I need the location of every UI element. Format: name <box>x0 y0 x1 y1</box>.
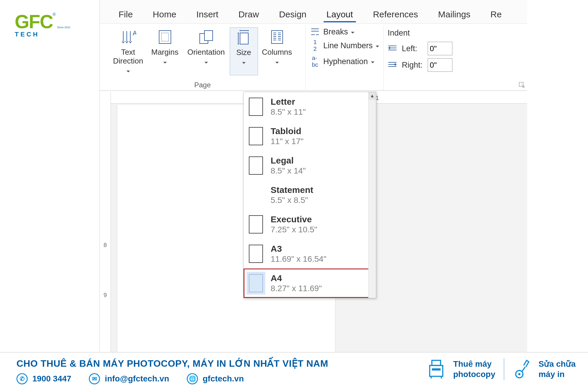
size-option-name: Executive <box>271 214 317 224</box>
hyphenation-icon: a-bc <box>310 55 320 68</box>
indent-title: Indent <box>388 29 452 38</box>
size-icon <box>237 29 251 46</box>
size-option-a4[interactable]: A48.27" x 11.69" <box>244 268 376 298</box>
svg-rect-1 <box>159 31 171 44</box>
svg-rect-10 <box>432 368 441 371</box>
size-option-dims: 8.5" x 11" <box>271 107 306 117</box>
tab-home[interactable]: Home <box>143 6 186 24</box>
size-option-dims: 5.5" x 8.5" <box>271 196 313 205</box>
margins-button[interactable]: Margins <box>147 27 183 75</box>
indent-left-icon <box>388 44 398 53</box>
service-rent-l2: photocopy <box>453 369 495 379</box>
tab-design[interactable]: Design <box>269 6 316 24</box>
columns-label: Columns <box>262 48 292 57</box>
indent-right-label: Right: <box>402 61 424 70</box>
chevron-down-icon <box>371 57 374 66</box>
group-page-setup: A Text Direction Margins Orient <box>100 26 306 90</box>
size-option-a3[interactable]: A311.69" x 16.54" <box>244 239 376 268</box>
service-repair[interactable]: Sửa chữa máy in <box>539 359 576 379</box>
service-repair-l1: Sửa chữa <box>539 359 576 369</box>
chevron-down-icon <box>275 57 279 66</box>
size-label: Size <box>236 48 251 57</box>
page-thumb-icon <box>249 186 263 204</box>
group-label-page-setup: Page <box>100 81 305 89</box>
size-option-dims: 11.69" x 16.54" <box>271 254 327 264</box>
footer-services: Thuê máy photocopy Sửa chữa máy in <box>427 358 576 380</box>
indent-right-icon <box>388 61 398 70</box>
chevron-down-icon <box>204 57 208 66</box>
columns-button[interactable]: Columns <box>258 27 296 75</box>
group-breaks: Breaks 12 Line Numbers a-bc Hyphenation <box>306 26 384 90</box>
margins-icon <box>158 29 172 46</box>
dialog-launcher-page-setup[interactable] <box>519 81 525 88</box>
footer-separator <box>504 358 504 380</box>
size-option-name: Statement <box>271 185 313 195</box>
footer-email[interactable]: ✉ info@gfctech.vn <box>89 373 169 384</box>
indent-right-input[interactable] <box>428 58 452 72</box>
indent-left-input[interactable] <box>428 42 452 55</box>
hyphenation-label: Hyphenation <box>323 57 368 66</box>
chevron-down-icon <box>242 58 246 67</box>
page-thumb-icon <box>249 274 263 292</box>
footer-web[interactable]: 🌐 gfctech.vn <box>187 373 244 384</box>
footer: CHO THUÊ & BÁN MÁY PHOTOCOPY, MÁY IN LỚN… <box>0 352 588 392</box>
size-option-statement[interactable]: Statement5.5" x 8.5" <box>244 180 376 210</box>
tab-re[interactable]: Re <box>480 6 512 24</box>
size-option-dims: 8.27" x 11.69" <box>271 284 322 293</box>
text-direction-button[interactable]: A Text Direction <box>109 27 147 75</box>
size-option-name: A3 <box>271 244 327 254</box>
gfc-logo: GFC® Since 2010 TECH <box>15 12 70 38</box>
size-option-dims: 8.5" x 14" <box>271 166 306 176</box>
copier-icon <box>427 358 445 380</box>
tab-layout[interactable]: Layout <box>317 6 363 24</box>
word-window: FileHomeInsertDrawDesignLayoutReferences… <box>99 0 527 359</box>
chevron-down-icon <box>126 66 130 75</box>
footer-phone[interactable]: ✆ 1900 3447 <box>16 373 71 384</box>
ribbon: A Text Direction Margins Orient <box>100 24 527 91</box>
svg-rect-6 <box>271 31 283 44</box>
service-rent[interactable]: Thuê máy photocopy <box>453 359 495 379</box>
page-thumb-icon <box>249 127 263 145</box>
orientation-label: Orientation <box>187 48 225 57</box>
line-numbers-icon: 12 <box>310 39 320 52</box>
svg-rect-2 <box>161 33 169 41</box>
tab-draw[interactable]: Draw <box>228 6 269 24</box>
group-indent: Indent Left: Right: <box>384 26 457 90</box>
page-thumb-icon <box>249 156 263 175</box>
chevron-down-icon <box>376 41 379 50</box>
margins-label: Margins <box>151 48 178 57</box>
tab-references[interactable]: References <box>363 6 428 24</box>
breaks-icon <box>310 28 320 36</box>
size-option-tabloid[interactable]: Tabloid11" x 17" <box>244 121 376 151</box>
indent-left-label: Left: <box>402 44 424 53</box>
orientation-button[interactable]: Orientation <box>183 27 230 75</box>
text-direction-label: Text Direction <box>113 48 143 66</box>
service-repair-l2: máy in <box>539 369 576 379</box>
size-button[interactable]: Size <box>230 27 258 75</box>
size-option-legal[interactable]: Legal8.5" x 14" <box>244 151 376 180</box>
svg-point-12 <box>518 373 520 375</box>
tab-file[interactable]: File <box>109 6 143 24</box>
size-dropdown: ▲ Letter8.5" x 11"Tabloid11" x 17"Legal8… <box>243 92 376 298</box>
tab-mailings[interactable]: Mailings <box>428 6 480 24</box>
chevron-down-icon <box>163 57 167 66</box>
chevron-down-icon <box>351 27 354 36</box>
size-dropdown-scrollbar[interactable]: ▲ <box>368 92 376 298</box>
size-option-letter[interactable]: Letter8.5" x 11" <box>244 92 376 121</box>
tab-insert[interactable]: Insert <box>186 6 228 24</box>
size-option-executive[interactable]: Executive7.25" x 10.5" <box>244 210 376 239</box>
page-thumb-icon <box>249 98 263 116</box>
scroll-up-arrow-icon[interactable]: ▲ <box>369 92 376 100</box>
text-direction-icon: A <box>120 29 136 46</box>
line-numbers-button[interactable]: 12 Line Numbers <box>310 39 379 52</box>
size-option-dims: 7.25" x 10.5" <box>271 225 317 234</box>
footer-phone-text: 1900 3447 <box>32 374 71 383</box>
size-option-dims: 11" x 17" <box>271 137 304 146</box>
logo-since: Since 2010 <box>57 26 70 29</box>
size-option-name: A4 <box>271 273 322 283</box>
breaks-button[interactable]: Breaks <box>310 27 379 36</box>
hyphenation-button[interactable]: a-bc Hyphenation <box>310 55 379 68</box>
size-option-name: Letter <box>271 97 306 107</box>
document-area: 8 9 1 ▲ Letter8.5" x 11"Tabloid11" x 17"… <box>100 92 527 359</box>
columns-icon <box>270 29 284 46</box>
